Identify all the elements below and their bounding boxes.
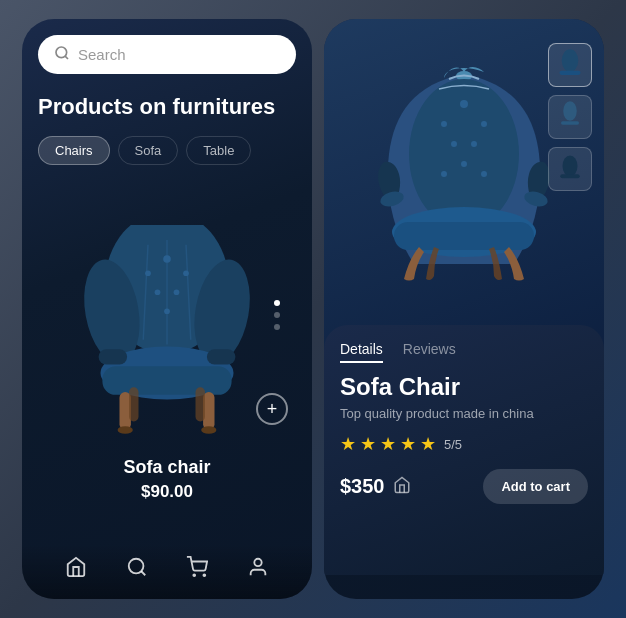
svg-point-38 bbox=[481, 171, 487, 177]
star-5: ★ bbox=[420, 433, 436, 455]
search-icon bbox=[54, 45, 70, 64]
product-thumbnails bbox=[548, 43, 592, 191]
svg-point-27 bbox=[204, 574, 206, 576]
star-2: ★ bbox=[360, 433, 376, 455]
detail-tabs: Details Reviews bbox=[340, 341, 588, 363]
svg-rect-17 bbox=[207, 350, 236, 365]
svg-point-47 bbox=[563, 156, 578, 177]
price-with-icon: $350 bbox=[340, 475, 411, 498]
svg-point-31 bbox=[460, 100, 468, 108]
svg-point-33 bbox=[481, 121, 487, 127]
product-title: Sofa Chair bbox=[340, 373, 588, 401]
svg-rect-48 bbox=[560, 174, 580, 178]
svg-point-34 bbox=[451, 141, 457, 147]
svg-line-25 bbox=[141, 571, 145, 575]
svg-rect-46 bbox=[561, 121, 579, 125]
svg-point-14 bbox=[174, 290, 180, 296]
svg-point-13 bbox=[155, 290, 161, 296]
star-1: ★ bbox=[340, 433, 356, 455]
svg-rect-16 bbox=[99, 350, 128, 365]
right-phone-screen: Details Reviews Sofa Chair Top quality p… bbox=[324, 19, 604, 599]
product-hero-image bbox=[324, 19, 604, 349]
svg-point-45 bbox=[563, 101, 577, 121]
svg-point-23 bbox=[201, 427, 216, 435]
svg-point-28 bbox=[254, 559, 261, 566]
svg-rect-40 bbox=[394, 222, 534, 250]
svg-point-0 bbox=[56, 47, 67, 58]
tab-reviews[interactable]: Reviews bbox=[403, 341, 456, 363]
svg-point-15 bbox=[164, 309, 170, 315]
svg-point-43 bbox=[562, 49, 579, 72]
svg-point-37 bbox=[441, 171, 447, 177]
nav-cart-icon[interactable] bbox=[186, 556, 208, 583]
svg-rect-44 bbox=[560, 71, 581, 75]
svg-line-1 bbox=[65, 56, 68, 59]
svg-point-11 bbox=[145, 271, 151, 277]
product-name: Sofa chair bbox=[38, 457, 296, 478]
add-to-cart-button[interactable]: Add to cart bbox=[483, 469, 588, 504]
product-price: $90.00 bbox=[38, 482, 296, 502]
svg-point-10 bbox=[163, 256, 171, 264]
nav-home-icon[interactable] bbox=[65, 556, 87, 583]
svg-rect-21 bbox=[196, 388, 206, 422]
tab-details[interactable]: Details bbox=[340, 341, 383, 363]
left-phone-screen: Search Products on furnitures Chairs Sof… bbox=[22, 19, 312, 599]
svg-rect-6 bbox=[102, 367, 231, 396]
scroll-dots bbox=[274, 300, 280, 330]
main-chair-illustration bbox=[354, 64, 574, 304]
svg-point-22 bbox=[118, 427, 133, 435]
star-4: ★ bbox=[400, 433, 416, 455]
svg-point-24 bbox=[129, 559, 144, 574]
product-info: Sofa chair $90.00 bbox=[38, 445, 296, 514]
bottom-nav bbox=[22, 544, 312, 599]
thumbnail-1[interactable] bbox=[548, 43, 592, 87]
rating-value: 5/5 bbox=[444, 437, 462, 452]
home-icon-small bbox=[393, 476, 411, 498]
product-detail-panel: Details Reviews Sofa Chair Top quality p… bbox=[324, 325, 604, 575]
nav-profile-icon[interactable] bbox=[247, 556, 269, 583]
category-pills: Chairs Sofa Table bbox=[38, 136, 296, 165]
thumbnail-2[interactable] bbox=[548, 95, 592, 139]
product-description: Top quality product made in china bbox=[340, 405, 588, 423]
scroll-dot-3 bbox=[274, 324, 280, 330]
rating-row: ★ ★ ★ ★ ★ 5/5 bbox=[340, 433, 588, 455]
scroll-dot-1 bbox=[274, 300, 280, 306]
search-placeholder: Search bbox=[78, 46, 126, 63]
category-table[interactable]: Table bbox=[186, 136, 251, 165]
product-image-area: + bbox=[38, 185, 296, 445]
star-3: ★ bbox=[380, 433, 396, 455]
section-title: Products on furnitures bbox=[38, 94, 296, 120]
search-bar[interactable]: Search bbox=[38, 35, 296, 74]
nav-search-icon[interactable] bbox=[126, 556, 148, 583]
category-sofa[interactable]: Sofa bbox=[118, 136, 179, 165]
chair-illustration bbox=[72, 225, 262, 445]
svg-point-26 bbox=[194, 574, 196, 576]
price-cart-row: $350 Add to cart bbox=[340, 469, 588, 504]
detail-price: $350 bbox=[340, 475, 385, 498]
thumbnail-3[interactable] bbox=[548, 147, 592, 191]
svg-rect-20 bbox=[129, 388, 139, 422]
svg-point-12 bbox=[183, 271, 189, 277]
svg-point-36 bbox=[461, 161, 467, 167]
svg-point-32 bbox=[441, 121, 447, 127]
category-chairs[interactable]: Chairs bbox=[38, 136, 110, 165]
add-to-wishlist-button[interactable]: + bbox=[256, 393, 288, 425]
scroll-dot-2 bbox=[274, 312, 280, 318]
svg-point-35 bbox=[471, 141, 477, 147]
